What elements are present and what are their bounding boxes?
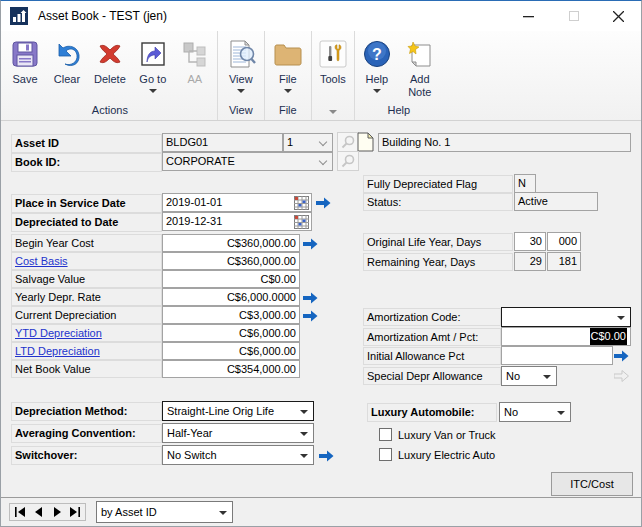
ltd-depreciation-field[interactable]: C$6,000.00	[162, 342, 300, 360]
close-button[interactable]	[596, 1, 641, 31]
aa-button: AA	[174, 34, 216, 86]
special-depr-allowance-label: Special Depr Allowance	[363, 367, 501, 385]
amortization-code-dropdown[interactable]	[501, 307, 631, 327]
initial-allowance-pct-field[interactable]	[501, 346, 613, 365]
depreciation-method-value: Straight-Line Orig Life	[167, 405, 274, 417]
luxury-automobile-dropdown[interactable]: No	[499, 402, 571, 422]
special-depr-expansion-button-disabled	[612, 366, 631, 385]
org-chart-icon	[180, 36, 210, 72]
add-note-label: Add Note	[404, 73, 436, 99]
net-book-value-label: Net Book Value	[11, 360, 162, 378]
svg-text:?: ?	[372, 46, 382, 63]
ribbon-toolbar: Save Clear Delete	[1, 31, 641, 121]
asset-id-field[interactable]: BLDG01	[162, 133, 283, 152]
cost-basis-link[interactable]: Cost Basis	[15, 255, 68, 267]
view-button[interactable]: View	[219, 34, 263, 93]
net-book-value-field[interactable]: C$354,000.00	[162, 360, 300, 378]
selected-text: C$0.00	[590, 328, 627, 345]
status-label: Status:	[363, 193, 513, 211]
next-record-button[interactable]	[49, 505, 64, 519]
book-id-field[interactable]: CORPORATE	[162, 152, 333, 171]
luxury-electric-auto-label: Luxury Electric Auto	[398, 447, 495, 463]
first-record-button[interactable]	[13, 505, 28, 519]
calendar-icon[interactable]	[294, 196, 309, 212]
book-id-label: Book ID:	[11, 153, 162, 172]
dropdown-arrow-icon	[300, 454, 308, 458]
ytd-depreciation-field[interactable]: C$6,000.00	[162, 324, 300, 342]
switchover-value: No Switch	[167, 449, 217, 461]
book-id-dropdown-icon	[319, 157, 327, 165]
dropdown-arrow-icon	[543, 375, 551, 379]
depreciation-method-dropdown[interactable]: Straight-Line Orig Life	[162, 401, 314, 421]
help-dropdown-icon	[373, 89, 381, 93]
file-dropdown-icon	[284, 89, 292, 93]
begin-year-cost-expansion-button[interactable]	[301, 234, 320, 253]
toolbar-group-help: ? Help Add Note	[355, 31, 443, 120]
book-id-lookup-button	[337, 151, 359, 171]
view-icon	[225, 36, 257, 72]
undo-icon	[52, 36, 82, 72]
asset-id-suffix-value: 1	[287, 136, 293, 148]
initial-allowance-expansion-button[interactable]	[612, 346, 631, 365]
cost-basis-field[interactable]: C$360,000.00	[162, 252, 300, 270]
tools-label: Tools	[320, 73, 346, 86]
expansion-arrow-icon	[303, 238, 318, 250]
current-depreciation-field[interactable]: C$3,000.00	[162, 306, 300, 324]
previous-record-button[interactable]	[31, 505, 46, 519]
calendar-icon[interactable]	[294, 215, 309, 231]
view-dropdown-icon	[237, 89, 245, 93]
begin-year-cost-field[interactable]: C$360,000.00	[162, 234, 300, 252]
dropdown-arrow-icon	[300, 410, 308, 414]
place-in-service-field[interactable]: 2019-01-01	[162, 193, 312, 212]
place-in-service-value: 2019-01-01	[166, 196, 222, 208]
help-button[interactable]: ? Help	[356, 34, 398, 93]
amortization-amt-field[interactable]: C$0.00	[501, 327, 631, 346]
minimize-button[interactable]	[506, 1, 551, 31]
note-icon[interactable]	[357, 132, 374, 154]
switchover-dropdown[interactable]: No Switch	[162, 445, 314, 465]
fully-depreciated-flag-label: Fully Depreciated Flag	[363, 175, 513, 193]
original-life-years-field[interactable]: 30	[514, 232, 546, 251]
last-record-button[interactable]	[67, 505, 82, 519]
asset-description-field[interactable]: Building No. 1	[378, 133, 631, 152]
file-button[interactable]: File	[266, 34, 310, 93]
salvage-value-label: Salvage Value	[11, 270, 162, 288]
special-depr-allowance-value: No	[506, 370, 520, 382]
add-note-button[interactable]: Add Note	[398, 34, 442, 99]
clear-button[interactable]: Clear	[46, 34, 88, 86]
depreciated-to-value: 2019-12-31	[166, 215, 222, 227]
averaging-convention-dropdown[interactable]: Half-Year	[162, 423, 314, 443]
initial-allowance-pct-label: Initial Allowance Pct	[363, 347, 501, 365]
itc-cost-button[interactable]: ITC/Cost	[551, 472, 633, 496]
yearly-depr-rate-expansion-button[interactable]	[301, 288, 320, 307]
group-caption-tools[interactable]	[313, 103, 353, 120]
begin-year-cost-label: Begin Year Cost	[11, 234, 162, 252]
dropdown-arrow-icon	[557, 411, 565, 415]
goto-dropdown-icon	[149, 89, 157, 93]
switchover-expansion-button[interactable]	[317, 446, 336, 465]
place-in-service-expansion-button[interactable]	[314, 193, 333, 212]
luxury-automobile-value: No	[504, 406, 518, 418]
luxury-van-or-truck-checkbox[interactable]	[379, 428, 392, 441]
salvage-value-field[interactable]: C$0.00	[162, 270, 300, 288]
file-label: File	[279, 73, 297, 86]
delete-label: Delete	[94, 73, 126, 86]
sort-by-dropdown[interactable]: by Asset ID	[96, 501, 233, 523]
depreciated-to-label: Depreciated to Date	[11, 213, 162, 232]
goto-button[interactable]: Go to	[132, 34, 174, 93]
tools-button[interactable]: Tools	[313, 34, 353, 86]
asset-id-suffix-field[interactable]: 1	[283, 133, 333, 152]
original-life-days-field[interactable]: 000	[547, 232, 581, 251]
yearly-depr-rate-field[interactable]: C$6,000.0000	[162, 288, 300, 306]
ltd-depreciation-link[interactable]: LTD Depreciation	[15, 345, 100, 357]
depreciated-to-field[interactable]: 2019-12-31	[162, 212, 312, 231]
help-icon: ?	[362, 36, 392, 72]
ytd-depreciation-link[interactable]: YTD Depreciation	[15, 327, 102, 339]
luxury-electric-auto-checkbox[interactable]	[379, 448, 392, 461]
special-depr-allowance-dropdown[interactable]: No	[501, 366, 557, 386]
save-button[interactable]: Save	[4, 34, 46, 86]
current-depreciation-expansion-button[interactable]	[301, 306, 320, 325]
expansion-arrow-icon	[303, 310, 318, 322]
luxury-automobile-label: Luxury Automobile:	[367, 403, 497, 422]
delete-button[interactable]: Delete	[88, 34, 132, 86]
